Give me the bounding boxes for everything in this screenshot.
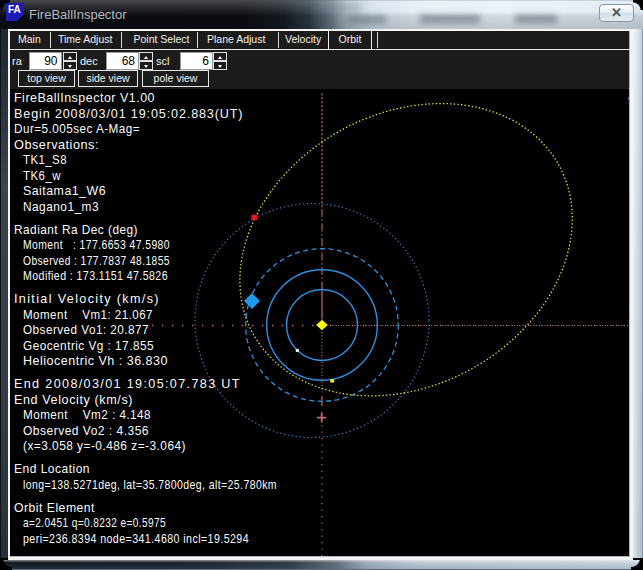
svg-text:long=138.5271deg, lat=35.7800d: long=138.5271deg, lat=35.7800deg, alt=25… bbox=[23, 478, 277, 492]
svg-text:End 2008/03/01 19:05:07.783 UT: End 2008/03/01 19:05:07.783 UT bbox=[14, 377, 240, 391]
svg-text:Observed Vo1: 20.877: Observed Vo1: 20.877 bbox=[23, 323, 149, 337]
svg-text:Moment : 177.6653 47.5980: Moment : 177.6653 47.5980 bbox=[23, 238, 170, 252]
svg-text:Observed : 177.7837 48.1855: Observed : 177.7837 48.1855 bbox=[23, 254, 170, 268]
svg-text:Moment Vm2 : 4.148: Moment Vm2 : 4.148 bbox=[23, 408, 151, 422]
svg-text:Begin 2008/03/01 19:05:02.883(: Begin 2008/03/01 19:05:02.883(UT) bbox=[14, 107, 243, 121]
svg-text:(x=3.058 y=-0.486 z=-3.064): (x=3.058 y=-0.486 z=-3.064) bbox=[23, 439, 186, 453]
svg-text:Geocentric Vg : 17.855: Geocentric Vg : 17.855 bbox=[23, 339, 154, 353]
svg-text:End Location: End Location bbox=[14, 462, 90, 476]
svg-text:a=2.0451 q=0.8232 e=0.5975: a=2.0451 q=0.8232 e=0.5975 bbox=[23, 516, 166, 530]
svg-text:Modified : 173.1151 47.5826: Modified : 173.1151 47.5826 bbox=[23, 269, 168, 283]
svg-text:Heliocentric Vh : 36.830: Heliocentric Vh : 36.830 bbox=[23, 354, 168, 368]
svg-text:Nagano1_m3: Nagano1_m3 bbox=[23, 200, 99, 214]
svg-text:Orbit Element: Orbit Element bbox=[14, 501, 95, 515]
svg-text:Moment Vm1: 21.067: Moment Vm1: 21.067 bbox=[23, 308, 153, 322]
svg-text:Initial Velocity (km/s): Initial Velocity (km/s) bbox=[14, 292, 159, 306]
svg-text:FireBallInspector V1.00: FireBallInspector V1.00 bbox=[14, 91, 155, 105]
svg-text:Observed Vo2 : 4.356: Observed Vo2 : 4.356 bbox=[23, 424, 149, 438]
svg-text:TK1_S8: TK1_S8 bbox=[23, 153, 67, 167]
svg-text:Observations:: Observations: bbox=[14, 138, 99, 152]
svg-text:Saitama1_W6: Saitama1_W6 bbox=[23, 184, 106, 198]
svg-text:Radiant Ra Dec (deg): Radiant Ra Dec (deg) bbox=[14, 223, 138, 237]
svg-text:Dur=5.005sec A-Mag=: Dur=5.005sec A-Mag= bbox=[14, 122, 140, 136]
svg-text:End Velocity (km/s): End Velocity (km/s) bbox=[14, 393, 133, 407]
svg-text:peri=236.8394 node=341.4680 in: peri=236.8394 node=341.4680 incl=19.5294 bbox=[23, 532, 249, 546]
svg-text:TK6_w: TK6_w bbox=[23, 169, 61, 183]
